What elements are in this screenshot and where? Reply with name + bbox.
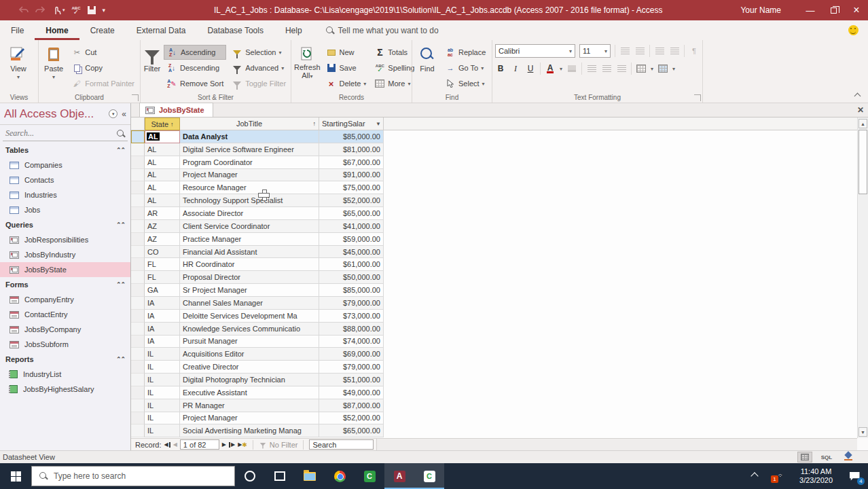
nav-item-jobsbycompany[interactable]: JobsByCompany (0, 322, 130, 337)
salary-cell[interactable]: $65,000.00 (319, 424, 384, 437)
undo-icon[interactable] (19, 6, 29, 14)
row-selector[interactable] (131, 323, 145, 336)
taskbar-clock[interactable]: 11:40 AM 3/23/2020 (799, 467, 833, 485)
record-position-box[interactable]: 1 of 82 (180, 439, 219, 450)
state-cell[interactable]: AR (145, 207, 180, 220)
nav-item-industrylist[interactable]: IndustryList (0, 367, 130, 382)
cortana-icon[interactable] (235, 463, 265, 489)
salary-cell[interactable]: $88,000.00 (319, 323, 384, 336)
state-cell[interactable]: FL (145, 271, 180, 284)
format-painter-button[interactable]: 🖌 Format Painter (69, 76, 137, 91)
jobtitle-cell[interactable]: Project Manager (180, 412, 319, 425)
minimize-button[interactable]: — (799, 0, 822, 20)
paste-button[interactable]: Paste ▾ (41, 43, 66, 92)
jobtitle-cell[interactable]: Project Manager (180, 169, 319, 182)
align-left-icon[interactable] (586, 63, 597, 74)
filter-button[interactable]: Filter (143, 43, 161, 92)
font-color-dropdown-arrow[interactable]: ▾ (560, 66, 562, 72)
nav-item-jobs[interactable]: Jobs (0, 202, 130, 217)
salary-cell[interactable]: $74,000.00 (319, 336, 384, 348)
jobtitle-cell[interactable]: Acquisitions Editor (180, 348, 319, 361)
table-row[interactable]: COFinancial Aid Assistant$45,000.00 (131, 246, 857, 259)
scroll-up-icon[interactable]: ▲ (858, 119, 867, 128)
table-row[interactable]: ILPR Manager$87,000.00 (131, 399, 857, 412)
row-selector[interactable] (131, 207, 145, 220)
task-view-icon[interactable] (265, 463, 295, 489)
next-record-icon[interactable]: ▶ (222, 441, 226, 448)
nav-item-contactentry[interactable]: ContactEntry (0, 307, 130, 322)
scroll-down-icon[interactable]: ▼ (858, 427, 867, 437)
horizontal-scrollbar[interactable] (376, 439, 857, 450)
table-row[interactable]: IADeloitte Services Development Ma$73,00… (131, 310, 857, 323)
row-selector[interactable] (131, 143, 145, 156)
table-row[interactable]: ILProject Manager$52,000.00 (131, 412, 857, 425)
collapse-ribbon-icon[interactable] (854, 93, 861, 100)
document-close-icon[interactable]: ✕ (857, 105, 864, 115)
state-cell[interactable]: IA (145, 297, 180, 310)
collapse-section-icon[interactable]: ⌃⌃ (116, 281, 125, 288)
italic-button[interactable]: I (510, 63, 521, 74)
row-selector[interactable] (131, 310, 145, 323)
salary-cell[interactable]: $79,000.00 (319, 361, 384, 374)
tab-external-data[interactable]: External Data (126, 20, 197, 40)
replace-button[interactable]: abac Replace (442, 45, 488, 60)
bullets-icon[interactable] (619, 46, 630, 56)
state-cell[interactable]: CO (145, 246, 180, 259)
row-selector[interactable] (131, 246, 145, 259)
state-cell[interactable]: IL (145, 399, 180, 412)
jobtitle-cell[interactable]: Pursuit Manager (180, 336, 319, 348)
record-search-input[interactable]: Search (309, 439, 374, 450)
go-to-button[interactable]: → Go To▾ (442, 60, 488, 75)
jobtitle-cell[interactable]: Practice Manager (180, 233, 319, 246)
table-row[interactable]: ILExecutive Assistant$49,000.00 (131, 386, 857, 399)
state-cell[interactable]: IL (145, 424, 180, 437)
table-row[interactable]: IAKnowledge Services Communicatio$88,000… (131, 323, 857, 336)
table-row[interactable]: GASr Project Manager$85,000.00 (131, 284, 857, 297)
advanced-button[interactable]: Advanced▾ (229, 60, 289, 75)
table-row[interactable]: ARAssociate Director$65,000.00 (131, 207, 857, 220)
alternate-row-color-dropdown-arrow[interactable]: ▾ (672, 66, 675, 72)
table-row[interactable]: ALProject Manager$91,000.00 (131, 169, 857, 182)
numbering-icon[interactable] (634, 46, 645, 56)
jobtitle-cell[interactable]: Executive Assistant (180, 386, 319, 399)
close-button[interactable]: × (845, 0, 868, 20)
paste-dropdown-arrow[interactable]: ▾ (52, 74, 55, 80)
totals-button[interactable]: Σ Totals (372, 45, 417, 60)
table-row[interactable]: IAChannel Sales Manager$79,000.00 (131, 297, 857, 310)
increase-indent-icon[interactable] (654, 46, 665, 56)
datasheet-view-icon[interactable] (797, 452, 812, 463)
row-selector[interactable] (131, 361, 145, 374)
row-selector[interactable] (131, 336, 145, 348)
save-record-button[interactable]: Save (323, 60, 369, 75)
chrome-icon[interactable] (325, 463, 355, 489)
decrease-indent-icon[interactable] (669, 46, 680, 56)
table-row[interactable]: ILAcquisitions Editor$69,000.00 (131, 348, 857, 361)
state-cell[interactable]: IL (145, 412, 180, 425)
jobtitle-cell[interactable]: Knowledge Services Communicatio (180, 323, 319, 336)
jobtitle-cell[interactable]: Client Service Coordinator (180, 220, 319, 233)
row-selector[interactable] (131, 348, 145, 361)
collapse-section-icon[interactable]: ⌃⌃ (116, 147, 125, 153)
spelling-button[interactable]: ABC ✓ Spelling (372, 60, 417, 75)
tab-database-tools[interactable]: Database Tools (196, 20, 274, 40)
align-right-icon[interactable] (616, 63, 627, 74)
restore-button[interactable] (822, 0, 845, 20)
table-row[interactable]: ALDigital Service Software Engineer$81,0… (131, 143, 857, 156)
selection-button[interactable]: Selection▾ (229, 45, 289, 60)
nav-search-icon[interactable] (116, 129, 125, 138)
jobtitle-cell[interactable]: Digital Photography Technician (180, 374, 319, 386)
feedback-smiley-icon[interactable] (848, 25, 858, 35)
highlight-color-icon[interactable] (566, 63, 577, 74)
column-header-jobtitle[interactable]: JobTitle ↑ (180, 117, 319, 130)
nav-section-tables[interactable]: Tables⌃⌃ (0, 143, 130, 158)
row-selector[interactable] (131, 424, 145, 437)
gridlines-dropdown-arrow[interactable]: ▾ (651, 66, 653, 72)
salary-cell[interactable]: $61,000.00 (319, 258, 384, 271)
salary-cell[interactable]: $50,000.00 (319, 271, 384, 284)
tab-help[interactable]: Help (274, 20, 313, 40)
table-row[interactable]: ALProgram Coordinator$67,000.00 (131, 156, 857, 169)
vertical-scrollbar[interactable]: ▲ ▼ (857, 117, 868, 438)
cut-button[interactable]: ✂ Cut (69, 45, 137, 60)
state-cell[interactable]: IL (145, 374, 180, 386)
state-cell[interactable]: AL (145, 194, 180, 207)
